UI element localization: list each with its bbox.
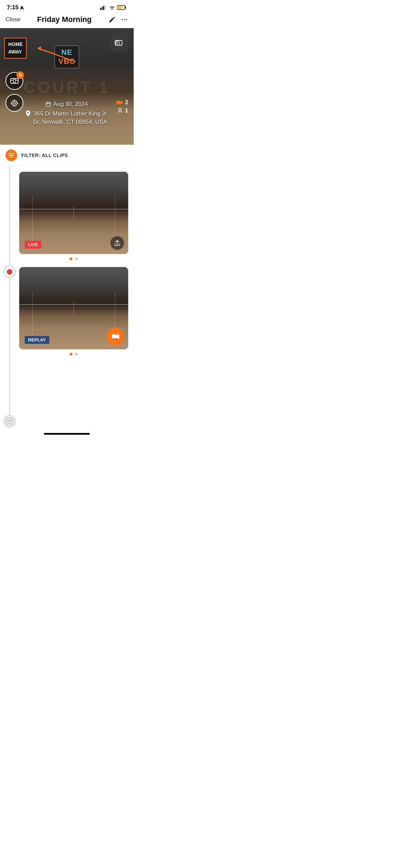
event-location: 365 Dr Martin Luther King Jr Dr, Norwalk… [0,110,134,126]
content-area: LIVE [0,166,134,427]
record-clip-button[interactable] [106,327,124,345]
svg-rect-42 [118,333,118,334]
svg-rect-38 [112,334,117,338]
svg-line-13 [38,48,75,62]
replay-clip-video[interactable]: REPLAY [19,267,128,349]
cast-icon [115,39,124,46]
calendar-icon [46,101,51,107]
live-clip-video[interactable]: LIVE [19,172,128,254]
media-counts: 2 1 [116,99,128,114]
camera-count: 2 [125,99,128,106]
svg-point-5 [112,9,113,10]
edit-icon[interactable] [108,16,116,23]
svg-point-35 [7,419,12,424]
spectator-icon [117,108,123,114]
battery-icon: ⚡ [117,5,127,10]
svg-rect-4 [105,5,106,10]
live-clip-card[interactable]: LIVE [19,172,128,262]
page-title: Friday Morning [37,15,92,24]
replay-clip-page-dots [19,349,128,357]
status-time: 7:15 [7,4,24,11]
svg-rect-1 [100,8,101,10]
svg-point-11 [124,19,125,20]
home-label: HOME [8,40,23,48]
svg-rect-7 [125,7,126,9]
dot-1 [70,353,72,355]
timeline-column [0,166,19,427]
filter-label: FILTER: ALL CLIPS [21,153,68,158]
home-indicator [44,433,90,435]
spectator-count-row: 1 [117,108,128,114]
more-options-icon[interactable] [121,16,128,23]
camera-count-row: 2 [116,99,128,106]
cast-button[interactable] [110,34,128,51]
location-pin-icon [26,110,31,117]
time-label: 7:15 [7,4,19,11]
svg-text:⚡: ⚡ [120,6,124,10]
svg-point-27 [14,103,15,104]
dot-2 [75,257,78,260]
arrow-annotation [31,45,79,65]
svg-point-36 [9,421,11,422]
filter-icon[interactable] [5,149,17,161]
dot-1 [70,257,72,260]
live-clip-page-dots [19,254,128,262]
svg-rect-2 [102,7,103,10]
svg-point-12 [126,19,127,20]
svg-rect-24 [13,79,15,83]
nav-actions [108,16,128,23]
wifi-icon [109,5,115,10]
nav-bar: Close Friday Morning [0,14,134,28]
filter-lines-icon [8,153,14,158]
status-bar: 7:15 ⚡ [0,0,134,14]
clips-column: LIVE [19,166,134,427]
record-dot [7,269,12,275]
timeline-marker-live [3,266,16,278]
live-badge: LIVE [25,241,41,249]
close-button[interactable]: Close [5,16,20,23]
hero-section: HOME AWAY NE VBC COURT 1 Aug 30, 2024 [0,28,134,145]
clips-button[interactable]: 0 [5,72,23,90]
svg-rect-16 [46,103,50,107]
camera-settings-button[interactable] [5,94,23,112]
video-camera-icon [116,100,123,105]
svg-marker-0 [20,5,24,10]
dot-2 [75,353,78,355]
filter-bar[interactable]: FILTER: ALL CLIPS [0,145,134,166]
court-label: COURT 1 [24,78,110,97]
share-button[interactable] [110,236,124,250]
spectator-count: 1 [125,108,128,114]
target-icon [5,417,14,426]
status-icons: ⚡ [100,5,127,10]
svg-point-34 [5,417,14,425]
replay-badge: REPLAY [25,336,49,344]
home-away-box: HOME AWAY [4,38,27,59]
svg-rect-28 [117,101,121,104]
location-icon [20,5,24,10]
away-label: AWAY [8,48,23,56]
svg-marker-14 [38,46,41,51]
svg-rect-3 [103,6,104,10]
timeline-line [9,166,10,427]
camera-icon [10,99,19,107]
timeline-marker-replay [3,415,16,427]
signal-icon [100,5,107,10]
svg-point-10 [122,19,123,20]
svg-marker-29 [121,101,123,104]
notification-badge: 0 [16,71,24,79]
svg-point-20 [27,112,29,113]
replay-clip-card[interactable]: REPLAY [19,267,128,357]
share-icon [114,240,121,246]
record-clip-icon [110,331,120,341]
svg-point-30 [119,108,121,110]
